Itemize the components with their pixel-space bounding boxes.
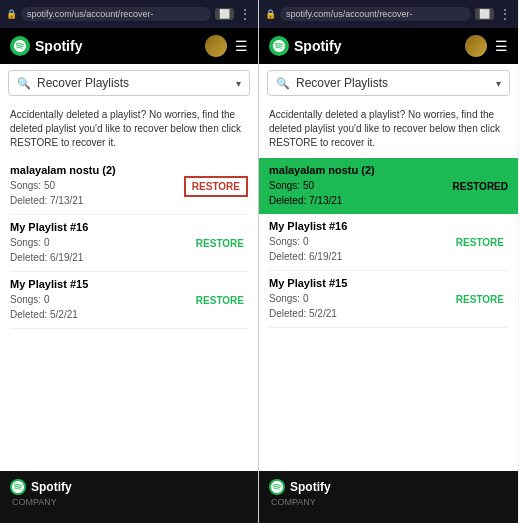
restore-button[interactable]: RESTORE: [452, 292, 508, 307]
spotify-logo-text: Spotify: [294, 38, 341, 54]
search-label: Recover Playlists: [296, 76, 388, 90]
playlist-info: My Playlist #15Songs: 0Deleted: 5/2/21: [10, 278, 88, 322]
footer: Spotify COMPANY: [0, 471, 258, 523]
playlist-info: My Playlist #16Songs: 0Deleted: 6/19/21: [10, 221, 88, 265]
panel-right: 🔒 spotify.com/us/account/recover- ⬜ ⋮ Sp…: [259, 0, 518, 523]
search-left: 🔍 Recover Playlists: [276, 76, 388, 90]
playlist-item-1: My Playlist #16Songs: 0Deleted: 6/19/21R…: [10, 215, 248, 272]
header-right: ☰: [205, 35, 248, 57]
tab-indicator: ⬜: [475, 8, 494, 20]
spotify-logo: Spotify: [10, 36, 82, 56]
lock-icon: 🔒: [265, 9, 276, 19]
playlist-name: malayalam nostu (2): [269, 164, 375, 176]
playlist-item-0: malayalam nostu (2)Songs: 50Deleted: 7/1…: [259, 158, 518, 214]
chevron-down-icon: ▾: [496, 78, 501, 89]
search-dropdown[interactable]: 🔍 Recover Playlists ▾: [267, 70, 510, 96]
spotify-icon: [269, 36, 289, 56]
main-content: Accidentally deleted a playlist? No worr…: [259, 102, 518, 471]
url-bar[interactable]: spotify.com/us/account/recover-: [280, 7, 471, 21]
lock-icon: 🔒: [6, 9, 17, 19]
panel-left: 🔒 spotify.com/us/account/recover- ⬜ ⋮ Sp…: [0, 0, 259, 523]
playlist-name: My Playlist #16: [10, 221, 88, 233]
main-content: Accidentally deleted a playlist? No worr…: [0, 102, 258, 471]
playlist-item-1: My Playlist #16Songs: 0Deleted: 6/19/21R…: [269, 214, 508, 271]
restored-label: RESTORED: [453, 181, 508, 192]
footer-logo-text: Spotify: [290, 480, 331, 494]
spotify-header: Spotify ☰: [0, 28, 258, 64]
footer-logo: Spotify: [10, 479, 248, 495]
search-icon: 🔍: [17, 77, 31, 90]
hamburger-icon[interactable]: ☰: [495, 38, 508, 54]
hamburger-icon[interactable]: ☰: [235, 38, 248, 54]
playlist-item-2: My Playlist #15Songs: 0Deleted: 5/2/21RE…: [269, 271, 508, 328]
spotify-logo: Spotify: [269, 36, 341, 56]
url-bar[interactable]: spotify.com/us/account/recover-: [21, 7, 211, 21]
playlist-name: My Playlist #16: [269, 220, 347, 232]
playlist-meta: Songs: 50Deleted: 7/13/21: [269, 178, 375, 208]
playlist-item-0: malayalam nostu (2)Songs: 50Deleted: 7/1…: [10, 158, 248, 215]
footer-spotify-icon: [10, 479, 26, 495]
playlist-meta: Songs: 0Deleted: 5/2/21: [10, 292, 88, 322]
tab-indicator: ⬜: [215, 8, 234, 20]
playlist-info: malayalam nostu (2)Songs: 50Deleted: 7/1…: [10, 164, 116, 208]
footer-logo-text: Spotify: [31, 480, 72, 494]
search-left: 🔍 Recover Playlists: [17, 76, 129, 90]
spotify-icon: [10, 36, 30, 56]
playlist-info: malayalam nostu (2)Songs: 50Deleted: 7/1…: [269, 164, 375, 208]
playlist-meta: Songs: 0Deleted: 6/19/21: [269, 234, 347, 264]
more-icon[interactable]: ⋮: [498, 6, 512, 22]
description-text: Accidentally deleted a playlist? No worr…: [10, 108, 248, 150]
browser-bar: 🔒 spotify.com/us/account/recover- ⬜ ⋮: [0, 0, 258, 28]
restore-button-outlined[interactable]: RESTORE: [184, 176, 248, 197]
playlist-item-2: My Playlist #15Songs: 0Deleted: 5/2/21RE…: [10, 272, 248, 329]
spotify-logo-text: Spotify: [35, 38, 82, 54]
url-text: spotify.com/us/account/recover-: [286, 9, 412, 19]
playlist-name: malayalam nostu (2): [10, 164, 116, 176]
header-right: ☰: [465, 35, 508, 57]
playlist-info: My Playlist #15Songs: 0Deleted: 5/2/21: [269, 277, 347, 321]
footer-logo: Spotify: [269, 479, 508, 495]
playlist-meta: Songs: 50Deleted: 7/13/21: [10, 178, 116, 208]
restore-button[interactable]: RESTORE: [192, 236, 248, 251]
search-label: Recover Playlists: [37, 76, 129, 90]
footer: Spotify COMPANY: [259, 471, 518, 523]
footer-company: COMPANY: [12, 497, 248, 507]
spotify-header: Spotify ☰: [259, 28, 518, 64]
more-icon[interactable]: ⋮: [238, 6, 252, 22]
playlist-name: My Playlist #15: [269, 277, 347, 289]
description-text: Accidentally deleted a playlist? No worr…: [269, 108, 508, 150]
restore-button[interactable]: RESTORE: [452, 235, 508, 250]
avatar[interactable]: [465, 35, 487, 57]
playlist-meta: Songs: 0Deleted: 6/19/21: [10, 235, 88, 265]
search-icon: 🔍: [276, 77, 290, 90]
browser-bar: 🔒 spotify.com/us/account/recover- ⬜ ⋮: [259, 0, 518, 28]
search-dropdown[interactable]: 🔍 Recover Playlists ▾: [8, 70, 250, 96]
playlist-name: My Playlist #15: [10, 278, 88, 290]
avatar[interactable]: [205, 35, 227, 57]
footer-company: COMPANY: [271, 497, 508, 507]
footer-spotify-icon: [269, 479, 285, 495]
restore-button[interactable]: RESTORE: [192, 293, 248, 308]
url-text: spotify.com/us/account/recover-: [27, 9, 153, 19]
playlist-meta: Songs: 0Deleted: 5/2/21: [269, 291, 347, 321]
chevron-down-icon: ▾: [236, 78, 241, 89]
playlist-info: My Playlist #16Songs: 0Deleted: 6/19/21: [269, 220, 347, 264]
